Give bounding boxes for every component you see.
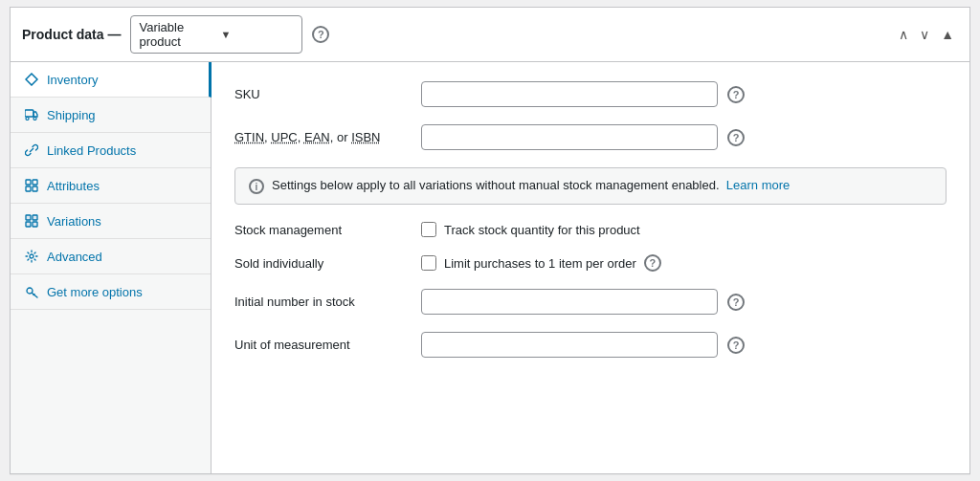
sku-input[interactable] [421,81,718,107]
unit-measurement-input[interactable] [421,332,718,358]
gtin-help-icon[interactable]: ? [727,129,745,146]
sold-individually-checkbox[interactable] [421,255,436,271]
learn-more-link[interactable]: Learn more [726,178,790,192]
sku-label: SKU [234,87,412,101]
svg-rect-3 [26,180,31,185]
stock-management-checkbox-label[interactable]: Track stock quantity for this product [444,223,640,237]
grid4-icon [24,213,39,229]
select-arrow-icon: ▼ [220,29,294,40]
sidebar-item-variations-label: Variations [47,214,101,229]
box-body: Inventory Shipping [11,62,969,473]
sidebar-item-attributes[interactable]: Attributes [11,168,211,204]
sidebar-item-advanced[interactable]: Advanced [11,239,211,274]
grid-icon [24,178,39,193]
stock-management-checkbox-content: Track stock quantity for this product [421,222,640,237]
sold-individually-help-icon[interactable]: ? [644,254,661,272]
sidebar-item-attributes-label: Attributes [47,179,100,193]
sidebar-item-linked-products[interactable]: Linked Products [11,133,211,168]
sidebar-item-shipping-label: Shipping [47,108,96,122]
svg-rect-9 [26,222,31,227]
sold-individually-label: Sold individually [234,256,412,271]
svg-point-11 [30,254,33,258]
gtin-row: GTIN, UPC, EAN, or ISBN ? [234,124,947,150]
initial-stock-help-icon[interactable]: ? [727,294,745,311]
svg-rect-5 [26,186,31,191]
svg-rect-6 [33,186,37,191]
sku-help-icon[interactable]: ? [727,86,745,103]
gtin-label: GTIN, UPC, EAN, or ISBN [234,130,412,144]
inventory-panel: SKU ? GTIN, UPC, EAN, or ISBN ? i Settin… [212,62,969,473]
product-data-title: Product data — [22,27,121,42]
info-banner-text: Settings below apply to all variations w… [272,178,790,192]
stock-management-label: Stock management [234,223,412,237]
unit-measurement-label: Unit of measurement [234,338,412,352]
gear-icon [24,249,39,264]
collapse-up-button[interactable]: ∧ [895,25,912,44]
sidebar-item-inventory[interactable]: Inventory [11,62,212,98]
initial-stock-label: Initial number in stock [234,295,412,309]
svg-point-1 [26,118,29,120]
sidebar: Inventory Shipping [11,62,212,473]
svg-rect-4 [33,180,37,185]
sold-individually-checkbox-content: Limit purchases to 1 item per order ? [421,254,661,272]
sidebar-item-get-more-options[interactable]: Get more options [11,274,211,310]
sold-individually-checkbox-label[interactable]: Limit purchases to 1 item per order [444,256,636,271]
gtin-input[interactable] [421,124,718,150]
svg-point-2 [33,118,36,120]
svg-rect-0 [25,110,33,117]
product-data-box: Product data — Variable product ▼ ? ∧ ∨ … [10,7,970,474]
svg-rect-8 [33,215,37,220]
sidebar-item-inventory-label: Inventory [47,73,98,87]
collapse-down-button[interactable]: ∨ [916,25,933,44]
initial-stock-row: Initial number in stock ? [234,289,947,315]
expand-button[interactable]: ▲ [937,25,958,44]
sold-individually-row: Sold individually Limit purchases to 1 i… [234,254,947,272]
diamond-icon [24,72,39,87]
sidebar-item-get-more-options-label: Get more options [47,285,143,299]
key-icon [24,284,39,299]
unit-measurement-help-icon[interactable]: ? [727,337,745,354]
sidebar-item-variations[interactable]: Variations [11,204,211,239]
svg-rect-10 [33,222,37,227]
link-icon [24,142,39,158]
box-header: Product data — Variable product ▼ ? ∧ ∨ … [11,8,969,62]
truck-icon [24,107,39,122]
sidebar-item-advanced-label: Advanced [47,250,102,264]
header-controls: ∧ ∨ ▲ [895,25,958,44]
info-banner: i Settings below apply to all variations… [234,167,947,205]
sidebar-item-shipping[interactable]: Shipping [11,98,211,133]
svg-rect-7 [26,215,31,220]
header-help-icon[interactable]: ? [312,26,329,43]
sidebar-item-linked-products-label: Linked Products [47,143,136,158]
product-type-select[interactable]: Variable product ▼ [130,15,302,54]
unit-measurement-row: Unit of measurement ? [234,332,947,358]
stock-management-checkbox[interactable] [421,222,436,237]
product-type-label: Variable product [139,20,212,49]
info-circle-icon: i [249,179,264,194]
initial-stock-input[interactable] [421,289,718,315]
sku-row: SKU ? [234,81,947,107]
stock-management-row: Stock management Track stock quantity fo… [234,222,947,237]
